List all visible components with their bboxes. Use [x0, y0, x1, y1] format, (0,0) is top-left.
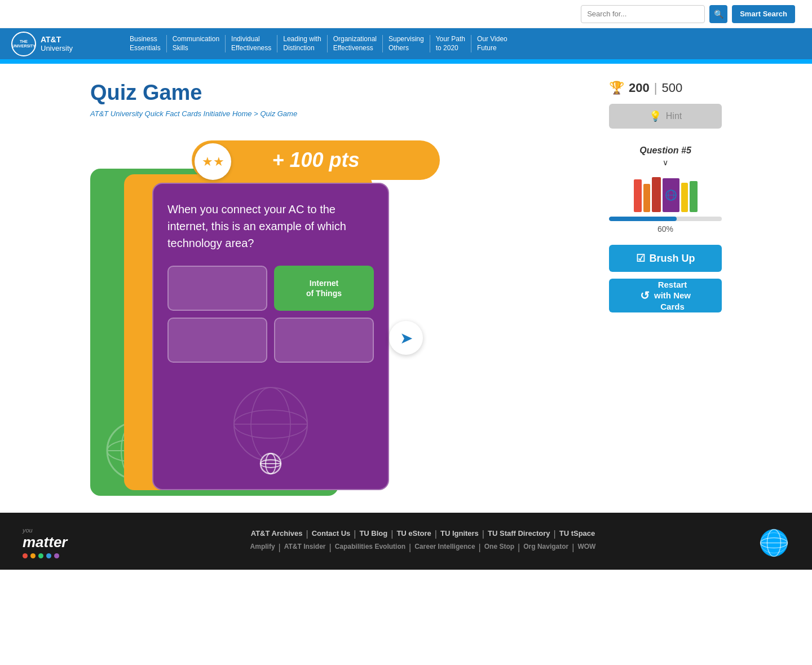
restart-icon: ↺ [640, 288, 650, 303]
matter-dots [23, 553, 90, 558]
university-seal: THEUNIVERSITY [11, 32, 36, 56]
footer-tu-blog[interactable]: TU Blog [359, 529, 387, 539]
logo-text: AT&T University [41, 35, 73, 53]
answer-btn-2[interactable]: Internetof Things [274, 266, 374, 311]
brush-up-label: Brush Up [650, 253, 695, 265]
book-darkred [652, 177, 661, 212]
right-column: 🏆 200 | 500 💡 Hint Question #5 ∨ [609, 81, 722, 496]
card-question: When you connect your AC to the internet… [167, 201, 374, 252]
book-purple [663, 178, 679, 212]
att-globe-footer [758, 527, 789, 558]
search-form: 🔍 Smart Search [581, 5, 795, 23]
question-label: Question #5 [609, 146, 722, 156]
answer-label-2: Internetof Things [306, 278, 342, 298]
card-area: + 100 pts ★★ When you connect yo [90, 135, 429, 496]
main-card: When you connect your AC to the internet… [152, 183, 389, 490]
breadcrumb-home-link[interactable]: AT&T University Quick Fact Cards Initiat… [90, 109, 252, 118]
main-content: Quiz Game AT&T University Quick Fact Car… [68, 64, 744, 513]
answer-btn-4[interactable] [274, 318, 374, 363]
top-bar: 🔍 Smart Search [0, 0, 812, 28]
nav-item-communication[interactable]: CommunicationSkills [166, 35, 225, 52]
search-input[interactable] [581, 5, 705, 23]
stars-circle: ★★ [195, 143, 231, 180]
logo-area: THEUNIVERSITY AT&T University [11, 32, 124, 56]
book-globe-icon [665, 189, 677, 201]
hint-icon: 💡 [649, 110, 661, 122]
dot-3 [38, 553, 43, 558]
dot-4 [46, 553, 51, 558]
breadcrumb-current-link[interactable]: Quiz Game [260, 109, 297, 118]
answer-btn-1[interactable] [167, 266, 267, 311]
continue-circle: ➤ [389, 321, 423, 355]
footer-att-insider[interactable]: AT&T Insider [284, 543, 326, 553]
hint-button[interactable]: 💡 Hint [609, 104, 722, 129]
search-button[interactable]: 🔍 [709, 5, 727, 23]
stars-icon: ★★ [202, 155, 224, 169]
page-title: Quiz Game [90, 81, 586, 105]
footer-org-navigator[interactable]: Org Navigator [523, 543, 568, 553]
footer-tu-tspace[interactable]: TU tSpace [559, 529, 595, 539]
continue-arrow-icon: ➤ [400, 329, 413, 347]
brush-up-icon: ☑ [636, 252, 645, 265]
progress-bar [609, 217, 722, 221]
score-total: 500 [661, 81, 682, 95]
points-text: + 100 pts [272, 148, 359, 172]
dot-2 [30, 553, 36, 558]
nav-item-individual[interactable]: IndividualEffectiveness [225, 35, 277, 52]
restart-button[interactable]: ↺ Restartwith NewCards [609, 279, 722, 312]
nav-links: BusinessEssentials CommunicationSkills I… [124, 35, 801, 52]
card-watermark [214, 382, 327, 466]
footer-tu-staff-directory[interactable]: TU Staff Directory [488, 529, 550, 539]
footer-capabilities[interactable]: Capabilities Evolution [335, 543, 405, 553]
continue-label: Continue [391, 358, 421, 366]
progress-label: 60% [609, 224, 722, 234]
progress-bar-fill [609, 217, 677, 221]
nav-item-path[interactable]: Your Pathto 2020 [430, 35, 471, 52]
dot-5 [54, 553, 59, 558]
nav-item-video[interactable]: Our VideoFuture [471, 35, 513, 52]
card-answers: Internetof Things [167, 266, 374, 363]
book-yellow [681, 183, 688, 212]
books-illustration [626, 173, 705, 212]
accent-bar [0, 59, 812, 64]
footer: you matter AT&T Archives | Contact Us | … [0, 513, 812, 570]
nav-bar: THEUNIVERSITY AT&T University BusinessEs… [0, 28, 812, 59]
footer-tu-igniters[interactable]: TU Igniters [440, 529, 479, 539]
nav-item-leading[interactable]: Leading withDistinction [277, 35, 326, 52]
hint-label: Hint [666, 111, 682, 121]
left-column: Quiz Game AT&T University Quick Fact Car… [90, 81, 586, 496]
footer-wow[interactable]: WOW [577, 543, 595, 553]
footer-career-intelligence[interactable]: Career Intelligence [414, 543, 475, 553]
breadcrumb: AT&T University Quick Fact Cards Initiat… [90, 109, 586, 118]
score-divider: | [654, 81, 657, 95]
footer-matter: you matter [23, 527, 90, 558]
footer-tu-estore[interactable]: TU eStore [396, 529, 431, 539]
continue-button[interactable]: ➤ Continue [389, 321, 423, 366]
dot-1 [23, 553, 28, 558]
footer-links-row1: AT&T Archives | Contact Us | TU Blog | T… [102, 529, 744, 539]
smart-search-button[interactable]: Smart Search [732, 5, 795, 23]
nav-item-supervising[interactable]: SupervisingOthers [382, 35, 430, 52]
trophy-icon: 🏆 [609, 81, 624, 95]
score-current: 200 [629, 81, 650, 95]
nav-item-organizational[interactable]: OrganizationalEffectiveness [327, 35, 382, 52]
footer-amplify[interactable]: Amplify [250, 543, 275, 553]
brush-up-button[interactable]: ☑ Brush Up [609, 245, 722, 272]
matter-you: you [23, 527, 90, 534]
footer-one-stop[interactable]: One Stop [484, 543, 514, 553]
book-orange [643, 184, 650, 212]
footer-contact-us[interactable]: Contact Us [312, 529, 351, 539]
footer-links: AT&T Archives | Contact Us | TU Blog | T… [102, 529, 744, 556]
book-red [634, 179, 642, 212]
footer-att-archives[interactable]: AT&T Archives [251, 529, 303, 539]
book-green [690, 181, 698, 212]
question-chevron: ∨ [609, 158, 722, 167]
nav-item-business[interactable]: BusinessEssentials [124, 35, 166, 52]
score-area: 🏆 200 | 500 [609, 81, 722, 95]
footer-att-logo [756, 527, 789, 558]
restart-label: Restartwith NewCards [654, 279, 691, 312]
matter-word: matter [23, 534, 90, 551]
footer-links-row2: Amplify | AT&T Insider | Capabilities Ev… [102, 543, 744, 553]
answer-btn-3[interactable] [167, 318, 267, 363]
